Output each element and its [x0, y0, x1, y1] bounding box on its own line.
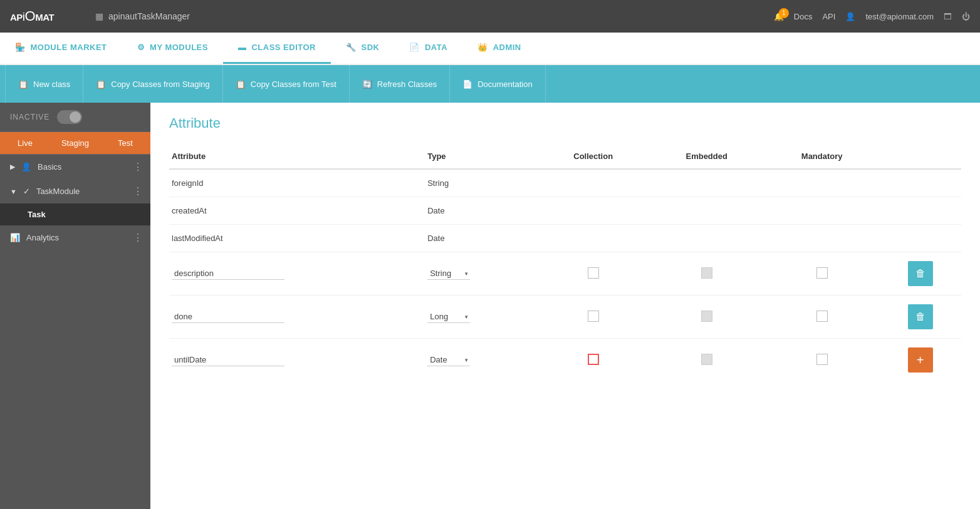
window-icon[interactable]: 🗖	[944, 12, 952, 21]
analytics-menu-dots[interactable]: ⋮	[133, 232, 143, 244]
env-tab-live-label: Live	[18, 138, 33, 148]
attr-untildate-add-button[interactable]: +	[908, 347, 933, 373]
my-modules-icon: ⚙	[137, 43, 145, 52]
attr-description-embedded-cb	[701, 267, 712, 279]
new-class-button[interactable]: 📋 New class	[5, 65, 83, 103]
attr-done-delete-button[interactable]: 🗑	[908, 304, 933, 329]
attr-untildate-type-select[interactable]: String Date Long Integer Float Boolean	[427, 354, 470, 366]
analytics-chart-icon: 📊	[10, 233, 20, 242]
col-header-actions	[879, 147, 961, 169]
taskmodule-menu-dots[interactable]: ⋮	[133, 185, 143, 197]
nav-data[interactable]: 📄 DATA	[394, 33, 462, 64]
basics-person-icon: 👤	[21, 162, 31, 172]
table-row: lastModifiedAt Date	[169, 225, 961, 252]
attr-description-mandatory-cb[interactable]	[816, 267, 828, 279]
attr-untildate-input[interactable]	[172, 354, 284, 366]
nav-my-modules-label: MY MODULES	[150, 43, 208, 52]
refresh-classes-label: Refresh Classes	[377, 80, 437, 89]
attr-description-type-select[interactable]: String Date Long Integer Float Boolean	[427, 267, 470, 280]
inactive-toggle[interactable]	[57, 110, 82, 124]
nav-class-editor[interactable]: ▬ CLASS EDITOR	[223, 33, 331, 64]
notification-count: 1	[779, 8, 789, 18]
attr-done-type-select[interactable]: String Date Long Integer Float Boolean	[427, 311, 470, 323]
sidebar-item-taskmodule[interactable]: ▼ ✓ TaskModule ⋮	[0, 179, 150, 203]
attribute-table: Attribute Type Collection Embedded Manda…	[169, 147, 961, 381]
power-icon[interactable]: ⏻	[962, 12, 970, 21]
attr-description-input[interactable]	[172, 267, 284, 280]
attr-untildate-embedded-cb	[701, 354, 712, 365]
attr-lastmodifiedat-type: Date	[427, 234, 444, 243]
sidebar-basics-label: Basics	[38, 162, 61, 172]
docs-link[interactable]: Docs	[794, 12, 813, 21]
refresh-classes-button[interactable]: 🔄 Refresh Classes	[350, 65, 450, 103]
attr-done-embedded-cb	[701, 311, 712, 322]
notification-bell[interactable]: 🔔 1	[774, 12, 784, 21]
nav-data-label: DATA	[425, 43, 447, 52]
sidebar-analytics-label: Analytics	[26, 233, 59, 242]
col-header-type: Type	[420, 147, 538, 169]
refresh-icon: 🔄	[362, 80, 372, 89]
documentation-button[interactable]: 📄 Documentation	[450, 65, 545, 103]
sidebar-item-analytics[interactable]: 📊 Analytics ⋮	[0, 225, 150, 250]
copy-from-staging-label: Copy Classes from Staging	[111, 80, 210, 89]
col-header-collection: Collection	[538, 147, 649, 169]
table-row: foreignId String	[169, 169, 961, 197]
inactive-section: INACTIVE	[0, 103, 150, 132]
copy-staging-icon: 📋	[96, 80, 106, 89]
attr-description-collection-cb[interactable]	[588, 267, 599, 279]
copy-from-staging-button[interactable]: 📋 Copy Classes from Staging	[83, 65, 223, 103]
nav-sdk[interactable]: 🔧 SDK	[331, 33, 394, 64]
content: Attribute Attribute Type Collection Embe…	[150, 103, 980, 509]
attr-description-delete-button[interactable]: 🗑	[908, 261, 933, 286]
app-name: apinautTaskManager	[108, 11, 190, 21]
expand-taskmodule-icon: ▼	[10, 188, 17, 195]
main-layout: INACTIVE Live Staging Test ▶ 👤 Basics ⋮ …	[0, 103, 980, 509]
attr-foreignid-name: foreignId	[172, 178, 204, 188]
api-link[interactable]: API	[822, 12, 835, 21]
user-email[interactable]: test@apiomat.com	[865, 12, 934, 21]
attr-done-collection-cb[interactable]	[588, 311, 599, 322]
taskmodule-check-icon: ✓	[23, 187, 30, 196]
env-tab-staging-label: Staging	[61, 138, 89, 148]
basics-menu-dots[interactable]: ⋮	[133, 161, 143, 173]
nav-my-modules[interactable]: ⚙ MY MODULES	[122, 33, 223, 64]
nav-admin-label: ADMIN	[493, 43, 521, 52]
nav-class-editor-label: CLASS EDITOR	[251, 43, 316, 52]
nav-admin[interactable]: 👑 ADMIN	[462, 33, 536, 64]
documentation-label: Documentation	[477, 80, 532, 89]
new-class-icon: 📋	[18, 80, 28, 89]
page-title: Attribute	[169, 115, 961, 131]
app-name-section: ▦ apinautTaskManager	[85, 11, 774, 21]
env-tab-test[interactable]: Test	[100, 132, 150, 154]
env-tabs: Live Staging Test	[0, 132, 150, 155]
copy-test-icon: 📋	[236, 80, 246, 89]
table-row: String Date Long Integer Float Boolean	[169, 296, 961, 339]
nav-module-market[interactable]: 🏪 MODULE MARKET	[0, 33, 122, 64]
table-row: createdAt Date	[169, 197, 961, 225]
col-header-embedded: Embedded	[649, 147, 764, 169]
top-header: APiOMAT ▦ apinautTaskManager 🔔 1 Docs AP…	[0, 0, 980, 33]
nav-module-market-label: MODULE MARKET	[31, 43, 107, 52]
sidebar-item-task[interactable]: Task	[0, 203, 150, 225]
env-tab-test-label: Test	[118, 138, 133, 148]
new-class-label: New class	[33, 80, 70, 89]
env-tab-live[interactable]: Live	[0, 132, 50, 154]
attr-untildate-collection-cb[interactable]	[588, 354, 599, 365]
attr-foreignid-type: String	[427, 178, 449, 188]
env-tab-staging[interactable]: Staging	[50, 132, 100, 154]
attr-done-input[interactable]	[172, 311, 284, 323]
table-row: String Date Long Integer Float Boolean	[169, 252, 961, 296]
attr-untildate-mandatory-cb[interactable]	[816, 354, 828, 365]
user-icon: 👤	[845, 12, 855, 21]
attr-done-mandatory-cb[interactable]	[816, 311, 828, 322]
data-icon: 📄	[409, 43, 420, 52]
inactive-label: INACTIVE	[10, 113, 50, 121]
col-header-attribute: Attribute	[169, 147, 420, 169]
sidebar-item-basics[interactable]: ▶ 👤 Basics ⋮	[0, 155, 150, 179]
copy-from-test-button[interactable]: 📋 Copy Classes from Test	[223, 65, 350, 103]
sdk-icon: 🔧	[346, 43, 357, 52]
admin-icon: 👑	[477, 43, 488, 52]
sidebar: INACTIVE Live Staging Test ▶ 👤 Basics ⋮ …	[0, 103, 150, 509]
expand-basics-icon: ▶	[10, 163, 15, 171]
nav-sdk-label: SDK	[362, 43, 380, 52]
